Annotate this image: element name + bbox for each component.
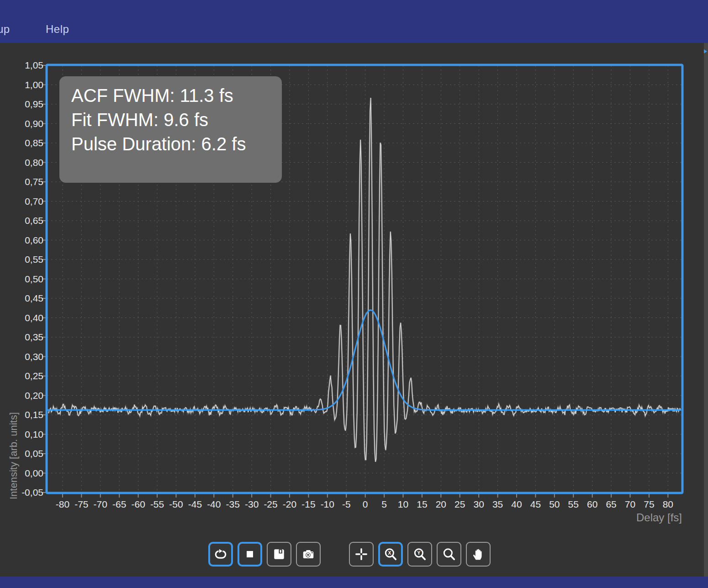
x-tick-label: -15 xyxy=(301,499,315,509)
y-tick-label: 0,45 xyxy=(25,293,43,303)
status-bar xyxy=(0,577,708,588)
y-tick-label: 0,00 xyxy=(25,468,43,478)
save-icon xyxy=(272,547,286,561)
x-tick-label: -70 xyxy=(94,499,107,509)
y-tick-label: 0,95 xyxy=(25,99,43,109)
y-tick-label: 0,05 xyxy=(25,448,43,459)
x-tick-label: -10 xyxy=(321,499,334,509)
x-tick-label: -50 xyxy=(169,499,183,509)
menu-item-setup[interactable]: up xyxy=(0,23,10,36)
x-tick-label: -60 xyxy=(131,499,145,509)
stop-icon xyxy=(243,547,257,561)
snapshot-button[interactable] xyxy=(296,542,321,567)
y-tick-label: 0,15 xyxy=(25,409,43,420)
crosshair-icon xyxy=(354,547,368,561)
y-tick-label: 0,55 xyxy=(25,254,43,265)
chart-toolbar: X Y xyxy=(208,541,491,567)
x-tick-label: 70 xyxy=(625,499,635,509)
x-tick-label: -45 xyxy=(188,499,202,509)
pan-hand-icon xyxy=(471,547,485,561)
y-tick-label: 0,20 xyxy=(25,390,43,401)
pulse-duration-value: Pulse Duration: 6.2 fs xyxy=(71,132,282,156)
x-tick-label: -20 xyxy=(283,499,296,509)
pan-button[interactable] xyxy=(466,542,491,567)
x-tick-label: -55 xyxy=(150,499,164,509)
x-tick-label: -35 xyxy=(226,499,240,509)
fit-fwhm-value: Fit FWHM: 9.6 fs xyxy=(71,108,282,132)
zoom-button[interactable] xyxy=(437,542,461,567)
camera-icon xyxy=(301,547,315,561)
repeat-icon xyxy=(214,547,227,561)
y-tick-label: 0,75 xyxy=(25,176,43,187)
y-tick-label: -0,05 xyxy=(21,487,43,498)
scrollbar[interactable] xyxy=(704,43,708,577)
x-tick-label: 15 xyxy=(417,499,427,509)
x-tick-label: 75 xyxy=(644,499,654,509)
navigation-button-group: X Y xyxy=(349,542,491,567)
svg-text:X: X xyxy=(388,551,391,556)
menu-item-help[interactable]: Help xyxy=(46,23,69,36)
x-tick-label: 5 xyxy=(381,499,387,509)
y-tick-label: 1,00 xyxy=(25,79,43,90)
y-tick-label: 0,80 xyxy=(25,157,43,168)
y-tick-label: 0,85 xyxy=(25,138,43,148)
save-button[interactable] xyxy=(267,542,291,567)
x-tick-label: 50 xyxy=(549,499,560,509)
x-tick-label: 80 xyxy=(663,499,673,509)
x-tick-label: -65 xyxy=(112,499,126,509)
stop-button[interactable] xyxy=(238,542,262,567)
y-tick-label: 0,10 xyxy=(25,429,43,440)
scrollbar-marker xyxy=(704,49,707,53)
zoom-icon xyxy=(442,547,456,561)
y-axis-title: Intensity [arb. units] xyxy=(8,412,19,499)
x-tick-label: 45 xyxy=(530,499,541,509)
zoom-x-icon: X xyxy=(384,547,397,561)
menu-bar: up Help xyxy=(0,0,708,43)
x-tick-label: 25 xyxy=(454,499,465,509)
x-tick-label: 40 xyxy=(511,499,522,509)
y-tick-label: 0,50 xyxy=(25,274,43,284)
y-tick-label: 0,30 xyxy=(25,351,43,362)
x-tick-label: -75 xyxy=(74,499,88,509)
x-tick-label: -25 xyxy=(264,499,277,509)
y-tick-label: 0,65 xyxy=(25,215,43,226)
x-axis-title: Delay [fs] xyxy=(636,511,682,524)
y-tick-label: 0,70 xyxy=(25,196,43,207)
x-tick-label: -30 xyxy=(245,499,259,509)
x-tick-label: 10 xyxy=(398,499,408,509)
repeat-acquisition-button[interactable] xyxy=(208,542,233,567)
x-tick-label: 20 xyxy=(436,499,446,509)
x-tick-label: -5 xyxy=(342,499,351,509)
y-tick-label: 0,35 xyxy=(25,332,43,342)
svg-text:Y: Y xyxy=(417,551,420,556)
y-tick-label: 0,90 xyxy=(25,118,43,129)
y-tick-label: 1,05 xyxy=(25,60,43,70)
x-tick-label: -40 xyxy=(207,499,221,509)
x-tick-label: -80 xyxy=(56,499,69,509)
zoom-y-icon: Y xyxy=(413,547,427,561)
zoom-x-button[interactable]: X xyxy=(378,542,403,567)
results-overlay: ACF FWHM: 11.3 fs Fit FWHM: 9.6 fs Pulse… xyxy=(59,76,282,183)
x-tick-label: 30 xyxy=(473,499,484,509)
x-tick-label: 35 xyxy=(492,499,503,509)
y-tick-label: 0,25 xyxy=(25,371,43,381)
application-window: up Help -80-75-70-65-60-55-50-45-40-35-3… xyxy=(0,0,708,588)
y-tick-label: 0,40 xyxy=(25,313,43,323)
y-tick-label: 0,60 xyxy=(25,235,43,245)
zoom-y-button[interactable]: Y xyxy=(407,542,432,567)
x-tick-label: 0 xyxy=(363,499,368,509)
x-tick-label: 60 xyxy=(587,499,597,509)
x-tick-label: 65 xyxy=(606,499,616,509)
acquisition-button-group xyxy=(208,542,321,567)
x-tick-label: 55 xyxy=(568,499,579,509)
acf-fwhm-value: ACF FWHM: 11.3 fs xyxy=(71,84,282,108)
crosshair-cursor-button[interactable] xyxy=(349,542,374,567)
